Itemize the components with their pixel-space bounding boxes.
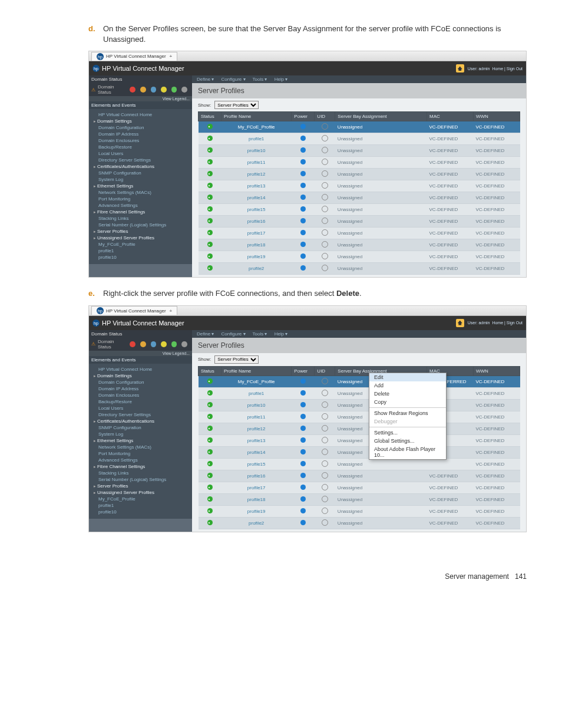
table-row[interactable]: profile1UnassignedVC-DEFINED [199, 387, 520, 399]
uid-icon[interactable] [322, 460, 328, 467]
table-row[interactable]: profile12UnassignedVC-DEFINEDVC-DEFINED [199, 169, 520, 180]
uid-icon[interactable] [322, 378, 328, 384]
table-row[interactable]: profile17UnassignedVC-DEFINEDVC-DEFINED [199, 228, 520, 239]
col-wwn[interactable]: WWN [474, 366, 520, 375]
uid-icon[interactable] [322, 159, 328, 165]
profile-name[interactable]: profile16 [247, 219, 266, 224]
home-signout-links[interactable]: Home | Sign Out [492, 67, 523, 71]
power-icon[interactable] [300, 508, 306, 513]
col-bay[interactable]: Server Bay Assignment [335, 112, 427, 121]
status-yellow-icon[interactable] [161, 87, 167, 93]
nav-item[interactable]: Stacking Links [89, 470, 192, 476]
table-row[interactable]: profile18UnassignedVC-DEFINEDVC-DEFINED [199, 239, 520, 251]
nav-item[interactable]: Backup/Restore [89, 398, 192, 405]
power-icon[interactable] [300, 520, 306, 525]
browser-tab[interactable]: hp HP Virtual Connect Manager + [91, 306, 177, 315]
power-icon[interactable] [300, 426, 306, 431]
home-icon[interactable] [456, 319, 464, 327]
power-icon[interactable] [300, 124, 306, 129]
nav-item[interactable]: Local Users [89, 150, 192, 157]
table-row[interactable]: profile15UnassignedVC-DEFINED [199, 458, 520, 470]
uid-icon[interactable] [322, 519, 328, 526]
nav-item[interactable]: SNMP Configuration [89, 170, 192, 176]
table-row[interactable]: profile15UnassignedVC-DEFINEDVC-DEFINED [199, 204, 520, 216]
uid-icon[interactable] [322, 170, 328, 177]
uid-icon[interactable] [322, 413, 328, 420]
power-icon[interactable] [300, 402, 306, 407]
status-red-icon[interactable] [130, 87, 135, 93]
table-row[interactable]: profile17UnassignedVC-DEFINEDVC-DEFINED [199, 482, 520, 493]
profile-name[interactable]: profile14 [247, 450, 266, 455]
power-icon[interactable] [300, 206, 306, 212]
nav-item[interactable]: HP Virtual Connect Home [89, 111, 192, 118]
new-tab-icon[interactable]: + [170, 308, 173, 314]
nav-item[interactable]: System Log [89, 176, 192, 183]
power-icon[interactable] [300, 253, 306, 259]
profile-name[interactable]: profile12 [247, 426, 266, 431]
uid-icon[interactable] [322, 147, 328, 153]
table-row[interactable]: profile14UnassignedVC-DEFINED [199, 446, 520, 458]
nav-item[interactable]: Advanced Settings [89, 202, 192, 209]
nav-item[interactable]: Port Monitoring [89, 450, 192, 457]
uid-icon[interactable] [322, 437, 328, 443]
status-red-icon[interactable] [130, 341, 135, 347]
nav-item[interactable]: My_FCoE_Profile [89, 496, 192, 502]
status-amber-icon[interactable] [140, 341, 146, 347]
status-info-icon[interactable] [151, 87, 157, 93]
ctx-redraw[interactable]: Show Redraw Regions [369, 409, 446, 417]
browser-tab[interactable]: hp HP Virtual Connect Manager + [91, 52, 177, 61]
profile-name[interactable]: profile1 [249, 136, 264, 141]
nav-item[interactable]: Domain Enclosures [89, 137, 192, 144]
table-row[interactable]: profile2UnassignedVC-DEFINEDVC-DEFINED [199, 517, 520, 529]
uid-icon[interactable] [322, 508, 328, 514]
table-row[interactable]: profile12UnassignedVC-DEFINED [199, 423, 520, 434]
uid-icon[interactable] [322, 390, 328, 396]
nav-item[interactable]: Certificates/Authentications [89, 163, 192, 170]
nav-item[interactable]: profile10 [89, 254, 192, 261]
profile-name[interactable]: My_FCoE_Profile [238, 124, 275, 130]
col-uid[interactable]: UID [315, 112, 335, 121]
show-select[interactable]: Server Profiles [214, 355, 259, 364]
nav-item[interactable]: Domain Settings [89, 373, 192, 379]
profile-name[interactable]: profile15 [247, 462, 266, 467]
view-legend-link[interactable]: View Legend... [89, 351, 192, 356]
uid-icon[interactable] [322, 265, 328, 271]
profile-name[interactable]: profile12 [247, 172, 266, 177]
power-icon[interactable] [300, 390, 306, 396]
power-icon[interactable] [300, 183, 306, 188]
nav-item[interactable]: Server Profiles [89, 228, 192, 235]
menu-define[interactable]: Define ▾ [197, 77, 214, 82]
table-row[interactable]: My_FCoE_ProfileUnassignedVC-DEFINEDVC-DE… [199, 121, 520, 133]
nav-item[interactable]: SNMP Configuration [89, 424, 192, 431]
uid-icon[interactable] [322, 425, 328, 431]
profile-name[interactable]: profile17 [247, 230, 266, 236]
col-name[interactable]: Profile Name [222, 112, 292, 121]
uid-icon[interactable] [322, 449, 328, 455]
col-name[interactable]: Profile Name [222, 366, 292, 375]
power-icon[interactable] [300, 449, 306, 454]
nav-item[interactable]: Directory Server Settings [89, 157, 192, 163]
power-icon[interactable] [300, 242, 306, 247]
profile-name[interactable]: profile2 [249, 521, 264, 526]
table-row[interactable]: profile16UnassignedVC-DEFINEDVC-DEFINED [199, 216, 520, 228]
uid-icon[interactable] [322, 135, 328, 141]
nav-item[interactable]: My_FCoE_Profile [89, 241, 192, 248]
profile-name[interactable]: profile16 [247, 473, 266, 479]
nav-item[interactable]: Domain Settings [89, 118, 192, 124]
ctx-flash[interactable]: About Adobe Flash Player 10... [369, 445, 446, 459]
col-mac[interactable]: MAC [427, 112, 474, 121]
table-row[interactable]: profile11UnassignedVC-DEFINEDVC-DEFINED [199, 157, 520, 169]
nav-item[interactable]: Ethernet Settings [89, 183, 192, 189]
nav-item[interactable]: Backup/Restore [89, 144, 192, 150]
nav-item[interactable]: profile1 [89, 502, 192, 509]
profile-name[interactable]: profile1 [249, 391, 264, 396]
table-row[interactable]: profile13UnassignedVC-DEFINED [199, 434, 520, 446]
show-select[interactable]: Server Profiles [214, 101, 259, 109]
nav-item[interactable]: Domain Enclosures [89, 392, 192, 398]
profile-name[interactable]: profile10 [247, 403, 266, 408]
power-icon[interactable] [300, 171, 306, 176]
table-row[interactable]: profile18UnassignedVC-DEFINEDVC-DEFINED [199, 493, 520, 505]
nav-item[interactable]: Advanced Settings [89, 457, 192, 463]
nav-item[interactable]: Certificates/Authentications [89, 418, 192, 424]
nav-item[interactable]: Fibre Channel Settings [89, 463, 192, 470]
